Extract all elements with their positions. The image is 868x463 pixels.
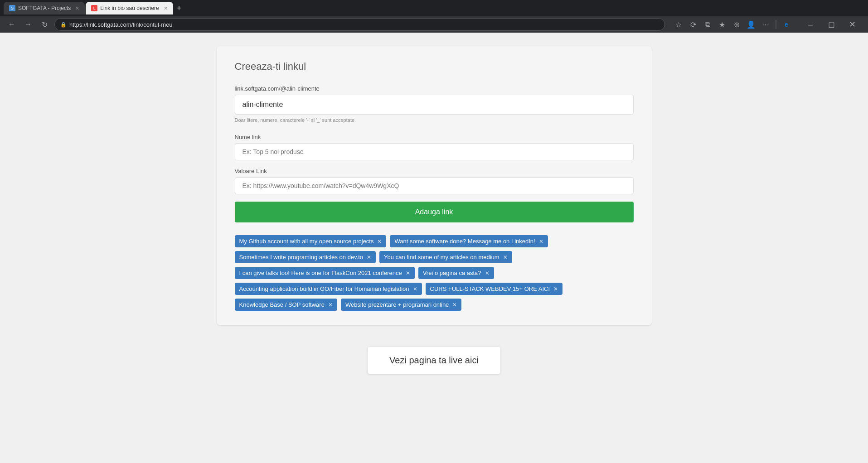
tag-close-tag2[interactable]: ✕ bbox=[539, 239, 543, 244]
tag-close-tag3[interactable]: ✕ bbox=[367, 255, 371, 260]
lock-icon: 🔒 bbox=[60, 22, 67, 28]
reload-button[interactable]: ↻ bbox=[38, 18, 51, 31]
bookmark-button[interactable]: ☆ bbox=[672, 18, 685, 31]
refresh-profile-button[interactable]: ⟳ bbox=[687, 18, 699, 31]
browser-actions: ☆ ⟳ ⧉ ★ ⊕ 👤 ⋯ e bbox=[672, 18, 793, 31]
tag-tag4: You can find some of my articles on medi… bbox=[379, 251, 512, 263]
hint-text: Doar litere, numere, caracterele '-' si … bbox=[235, 117, 634, 123]
tag-close-tag1[interactable]: ✕ bbox=[377, 239, 382, 244]
collections-button[interactable]: ⊕ bbox=[730, 18, 743, 31]
tag-text: Want some software done? Message me on L… bbox=[394, 238, 535, 245]
tag-tag8: CURS FULL-STACK WEBDEV 15+ ORE AICI✕ bbox=[426, 283, 563, 295]
tag-close-tag9[interactable]: ✕ bbox=[328, 302, 333, 308]
tag-text: Sometimes I write programing articles on… bbox=[239, 254, 364, 260]
separator bbox=[776, 20, 776, 29]
tag-tag10: Website prezentare + programari online✕ bbox=[341, 299, 461, 311]
favorites-button[interactable]: ★ bbox=[716, 18, 728, 31]
restore-button[interactable]: ◻ bbox=[821, 16, 842, 33]
new-tab-button[interactable]: + bbox=[174, 4, 184, 13]
link-value-label: Valoare Link bbox=[235, 168, 634, 174]
tag-text: I can give talks too! Here is one for Fl… bbox=[239, 270, 402, 276]
tag-close-tag8[interactable]: ✕ bbox=[553, 286, 558, 292]
menu-button[interactable]: ⋯ bbox=[759, 18, 772, 31]
tab-link-bio[interactable]: L Link in bio sau descriere ✕ bbox=[86, 2, 173, 14]
tag-text: Website prezentare + programari online bbox=[345, 301, 449, 308]
forward-button[interactable]: → bbox=[22, 18, 34, 31]
tag-text: Vrei o pagina ca asta? bbox=[423, 270, 481, 276]
tag-tag3: Sometimes I write programing articles on… bbox=[235, 251, 376, 263]
tab-favicon-link: L bbox=[91, 5, 97, 11]
tab-label-link: Link in bio sau descriere bbox=[100, 5, 159, 11]
tag-text: My Github account with all my open sourc… bbox=[239, 238, 374, 245]
tag-text: CURS FULL-STACK WEBDEV 15+ ORE AICI bbox=[430, 285, 550, 292]
back-button[interactable]: ← bbox=[5, 18, 18, 31]
link-name-input[interactable] bbox=[235, 143, 634, 160]
tag-close-tag4[interactable]: ✕ bbox=[503, 255, 508, 260]
tag-text: Accounting application build in GO/Fiber… bbox=[239, 285, 409, 292]
tag-tag6: Vrei o pagina ca asta?✕ bbox=[418, 267, 494, 279]
tags-area: My Github account with all my open sourc… bbox=[235, 235, 634, 311]
tag-close-tag5[interactable]: ✕ bbox=[406, 270, 410, 276]
tag-tag9: Knowledge Base / SOP software✕ bbox=[235, 299, 337, 311]
minimize-button[interactable]: – bbox=[800, 16, 821, 33]
view-live-button[interactable]: Vezi pagina ta live aici bbox=[368, 347, 500, 374]
tag-text: You can find some of my articles on medi… bbox=[384, 254, 499, 260]
tab-close-softgata[interactable]: ✕ bbox=[75, 5, 79, 11]
main-card: Creeaza-ti linkul link.softgata.com/@ali… bbox=[217, 46, 652, 325]
tag-close-tag6[interactable]: ✕ bbox=[485, 270, 490, 276]
tab-label-softgata: SOFTGATA - Projects bbox=[18, 5, 71, 11]
tab-softgata[interactable]: S SOFTGATA - Projects ✕ bbox=[4, 2, 85, 14]
tag-text: Knowledge Base / SOP software bbox=[239, 301, 325, 308]
tag-tag2: Want some software done? Message me on L… bbox=[390, 235, 548, 247]
address-bar[interactable]: 🔒 https://link.softgata.com/link/contul-… bbox=[54, 18, 665, 31]
url-label: link.softgata.com/@alin-climente bbox=[235, 85, 634, 92]
card-title: Creeaza-ti linkul bbox=[235, 61, 634, 72]
tab-close-link[interactable]: ✕ bbox=[164, 5, 168, 11]
tab-favicon-softgata: S bbox=[9, 5, 15, 11]
add-link-button[interactable]: Adauga link bbox=[235, 202, 634, 222]
link-value-input[interactable] bbox=[235, 177, 634, 194]
edge-button[interactable]: e bbox=[780, 18, 793, 31]
username-input[interactable] bbox=[235, 95, 634, 115]
close-button[interactable]: ✕ bbox=[842, 16, 863, 33]
tag-close-tag10[interactable]: ✕ bbox=[452, 302, 457, 308]
url-text: https://link.softgata.com/link/contul-me… bbox=[69, 21, 173, 28]
tab-bar: S SOFTGATA - Projects ✕ L Link in bio sa… bbox=[0, 0, 868, 16]
tag-tag5: I can give talks too! Here is one for Fl… bbox=[235, 267, 415, 279]
tag-tag1: My Github account with all my open sourc… bbox=[235, 235, 387, 247]
browser-controls: ← → ↻ 🔒 https://link.softgata.com/link/c… bbox=[0, 16, 868, 33]
tag-close-tag7[interactable]: ✕ bbox=[413, 286, 417, 292]
browser-chrome: S SOFTGATA - Projects ✕ L Link in bio sa… bbox=[0, 0, 868, 33]
link-name-label: Nume link bbox=[235, 134, 634, 140]
page-content: Creeaza-ti linkul link.softgata.com/@ali… bbox=[0, 33, 868, 463]
window-controls: – ◻ ✕ bbox=[800, 16, 863, 33]
split-screen-button[interactable]: ⧉ bbox=[701, 18, 714, 31]
profile-button[interactable]: 👤 bbox=[745, 18, 757, 31]
tag-tag7: Accounting application build in GO/Fiber… bbox=[235, 283, 422, 295]
